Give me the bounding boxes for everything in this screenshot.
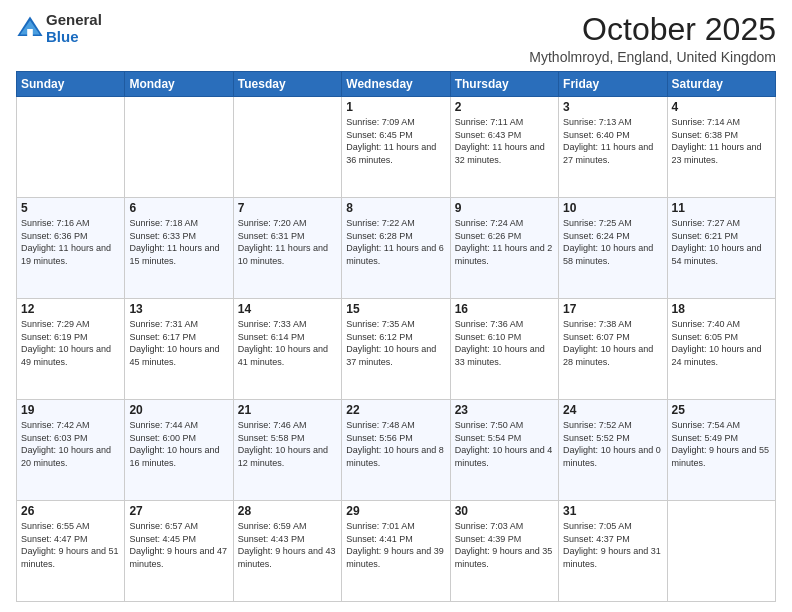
day-info: Sunrise: 7:13 AM Sunset: 6:40 PM Dayligh… [563, 116, 662, 166]
table-row: 16Sunrise: 7:36 AM Sunset: 6:10 PM Dayli… [450, 299, 558, 400]
day-number: 15 [346, 302, 445, 316]
table-row: 18Sunrise: 7:40 AM Sunset: 6:05 PM Dayli… [667, 299, 775, 400]
table-row: 15Sunrise: 7:35 AM Sunset: 6:12 PM Dayli… [342, 299, 450, 400]
table-row [125, 97, 233, 198]
day-number: 3 [563, 100, 662, 114]
table-row [667, 501, 775, 602]
table-row: 8Sunrise: 7:22 AM Sunset: 6:28 PM Daylig… [342, 198, 450, 299]
day-number: 7 [238, 201, 337, 215]
table-row: 9Sunrise: 7:24 AM Sunset: 6:26 PM Daylig… [450, 198, 558, 299]
table-row [17, 97, 125, 198]
table-row: 10Sunrise: 7:25 AM Sunset: 6:24 PM Dayli… [559, 198, 667, 299]
table-row: 29Sunrise: 7:01 AM Sunset: 4:41 PM Dayli… [342, 501, 450, 602]
day-info: Sunrise: 7:27 AM Sunset: 6:21 PM Dayligh… [672, 217, 771, 267]
day-info: Sunrise: 7:22 AM Sunset: 6:28 PM Dayligh… [346, 217, 445, 267]
day-number: 16 [455, 302, 554, 316]
table-row: 30Sunrise: 7:03 AM Sunset: 4:39 PM Dayli… [450, 501, 558, 602]
day-number: 14 [238, 302, 337, 316]
table-row: 24Sunrise: 7:52 AM Sunset: 5:52 PM Dayli… [559, 400, 667, 501]
day-info: Sunrise: 7:36 AM Sunset: 6:10 PM Dayligh… [455, 318, 554, 368]
day-number: 28 [238, 504, 337, 518]
svg-rect-2 [27, 29, 33, 36]
table-row: 2Sunrise: 7:11 AM Sunset: 6:43 PM Daylig… [450, 97, 558, 198]
table-row: 31Sunrise: 7:05 AM Sunset: 4:37 PM Dayli… [559, 501, 667, 602]
table-row: 14Sunrise: 7:33 AM Sunset: 6:14 PM Dayli… [233, 299, 341, 400]
day-info: Sunrise: 7:54 AM Sunset: 5:49 PM Dayligh… [672, 419, 771, 469]
day-info: Sunrise: 7:46 AM Sunset: 5:58 PM Dayligh… [238, 419, 337, 469]
logo-text: General Blue [46, 12, 102, 45]
day-number: 19 [21, 403, 120, 417]
day-info: Sunrise: 7:31 AM Sunset: 6:17 PM Dayligh… [129, 318, 228, 368]
day-number: 10 [563, 201, 662, 215]
month-title: October 2025 [529, 12, 776, 47]
logo-blue: Blue [46, 29, 102, 46]
day-number: 26 [21, 504, 120, 518]
calendar: Sunday Monday Tuesday Wednesday Thursday… [16, 71, 776, 602]
day-info: Sunrise: 7:20 AM Sunset: 6:31 PM Dayligh… [238, 217, 337, 267]
day-number: 31 [563, 504, 662, 518]
day-number: 13 [129, 302, 228, 316]
day-info: Sunrise: 7:03 AM Sunset: 4:39 PM Dayligh… [455, 520, 554, 570]
col-monday: Monday [125, 72, 233, 97]
day-number: 23 [455, 403, 554, 417]
day-number: 4 [672, 100, 771, 114]
day-number: 6 [129, 201, 228, 215]
table-row: 5Sunrise: 7:16 AM Sunset: 6:36 PM Daylig… [17, 198, 125, 299]
table-row [233, 97, 341, 198]
table-row: 12Sunrise: 7:29 AM Sunset: 6:19 PM Dayli… [17, 299, 125, 400]
day-number: 17 [563, 302, 662, 316]
day-number: 5 [21, 201, 120, 215]
day-info: Sunrise: 7:35 AM Sunset: 6:12 PM Dayligh… [346, 318, 445, 368]
day-number: 30 [455, 504, 554, 518]
day-info: Sunrise: 7:48 AM Sunset: 5:56 PM Dayligh… [346, 419, 445, 469]
table-row: 28Sunrise: 6:59 AM Sunset: 4:43 PM Dayli… [233, 501, 341, 602]
day-info: Sunrise: 7:11 AM Sunset: 6:43 PM Dayligh… [455, 116, 554, 166]
table-row: 27Sunrise: 6:57 AM Sunset: 4:45 PM Dayli… [125, 501, 233, 602]
day-number: 29 [346, 504, 445, 518]
logo: General Blue [16, 12, 102, 45]
day-number: 18 [672, 302, 771, 316]
table-row: 22Sunrise: 7:48 AM Sunset: 5:56 PM Dayli… [342, 400, 450, 501]
day-info: Sunrise: 7:24 AM Sunset: 6:26 PM Dayligh… [455, 217, 554, 267]
logo-icon [16, 15, 44, 43]
day-number: 8 [346, 201, 445, 215]
calendar-week-5: 26Sunrise: 6:55 AM Sunset: 4:47 PM Dayli… [17, 501, 776, 602]
day-number: 11 [672, 201, 771, 215]
day-info: Sunrise: 7:18 AM Sunset: 6:33 PM Dayligh… [129, 217, 228, 267]
day-number: 1 [346, 100, 445, 114]
table-row: 25Sunrise: 7:54 AM Sunset: 5:49 PM Dayli… [667, 400, 775, 501]
day-number: 27 [129, 504, 228, 518]
day-number: 24 [563, 403, 662, 417]
page: General Blue October 2025 Mytholmroyd, E… [0, 0, 792, 612]
col-sunday: Sunday [17, 72, 125, 97]
calendar-week-4: 19Sunrise: 7:42 AM Sunset: 6:03 PM Dayli… [17, 400, 776, 501]
table-row: 17Sunrise: 7:38 AM Sunset: 6:07 PM Dayli… [559, 299, 667, 400]
table-row: 21Sunrise: 7:46 AM Sunset: 5:58 PM Dayli… [233, 400, 341, 501]
day-info: Sunrise: 7:14 AM Sunset: 6:38 PM Dayligh… [672, 116, 771, 166]
col-tuesday: Tuesday [233, 72, 341, 97]
table-row: 6Sunrise: 7:18 AM Sunset: 6:33 PM Daylig… [125, 198, 233, 299]
day-number: 2 [455, 100, 554, 114]
calendar-week-1: 1Sunrise: 7:09 AM Sunset: 6:45 PM Daylig… [17, 97, 776, 198]
col-saturday: Saturday [667, 72, 775, 97]
col-thursday: Thursday [450, 72, 558, 97]
day-info: Sunrise: 7:38 AM Sunset: 6:07 PM Dayligh… [563, 318, 662, 368]
col-wednesday: Wednesday [342, 72, 450, 97]
header: General Blue October 2025 Mytholmroyd, E… [16, 12, 776, 65]
day-info: Sunrise: 7:16 AM Sunset: 6:36 PM Dayligh… [21, 217, 120, 267]
day-info: Sunrise: 6:57 AM Sunset: 4:45 PM Dayligh… [129, 520, 228, 570]
calendar-header-row: Sunday Monday Tuesday Wednesday Thursday… [17, 72, 776, 97]
day-info: Sunrise: 7:42 AM Sunset: 6:03 PM Dayligh… [21, 419, 120, 469]
day-info: Sunrise: 7:25 AM Sunset: 6:24 PM Dayligh… [563, 217, 662, 267]
day-info: Sunrise: 7:40 AM Sunset: 6:05 PM Dayligh… [672, 318, 771, 368]
day-number: 25 [672, 403, 771, 417]
table-row: 11Sunrise: 7:27 AM Sunset: 6:21 PM Dayli… [667, 198, 775, 299]
day-number: 22 [346, 403, 445, 417]
day-info: Sunrise: 7:33 AM Sunset: 6:14 PM Dayligh… [238, 318, 337, 368]
day-info: Sunrise: 7:29 AM Sunset: 6:19 PM Dayligh… [21, 318, 120, 368]
day-number: 12 [21, 302, 120, 316]
table-row: 23Sunrise: 7:50 AM Sunset: 5:54 PM Dayli… [450, 400, 558, 501]
calendar-week-3: 12Sunrise: 7:29 AM Sunset: 6:19 PM Dayli… [17, 299, 776, 400]
day-number: 20 [129, 403, 228, 417]
day-info: Sunrise: 7:09 AM Sunset: 6:45 PM Dayligh… [346, 116, 445, 166]
